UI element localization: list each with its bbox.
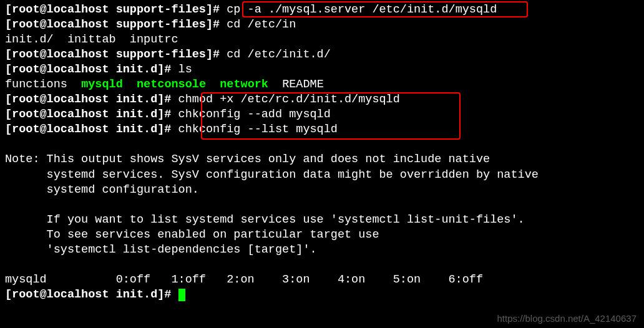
command-cd: cd /etc/in [227, 18, 296, 31]
note-line: To see services enabled on particular ta… [5, 228, 639, 243]
command-cd: cd /etc/init.d/ [227, 48, 331, 61]
note-line: If you want to list systemd services use… [5, 213, 639, 228]
command-cp: cp -a ./mysql.server /etc/init.d/mysqld [227, 3, 497, 16]
note-line: 'systemctl list-dependencies [target]'. [5, 243, 639, 258]
command-chmod: chmod +x /etc/rc.d/init.d/mysqld [178, 93, 400, 106]
terminal-line: [root@localhost init.d]# [5, 287, 639, 302]
prompt: [root@localhost init.d]# [5, 108, 178, 121]
terminal-line: [root@localhost init.d]# ls [5, 62, 639, 77]
file-readme: README [282, 78, 324, 91]
prompt: [root@localhost support-files]# [5, 48, 227, 61]
blank-line [5, 137, 639, 152]
watermark: https://blog.csdn.net/A_42140637 [497, 312, 637, 325]
prompt: [root@localhost init.d]# [5, 93, 178, 106]
blank-line [5, 258, 639, 273]
file-netconsole: netconsole [137, 78, 206, 91]
prompt: [root@localhost support-files]# [5, 18, 227, 31]
file-network: network [220, 78, 268, 91]
command-chkconfig-list: chkconfig --list mysqld [178, 123, 338, 136]
terminal-line: [root@localhost init.d]# chmod +x /etc/r… [5, 92, 639, 107]
terminal-line: [root@localhost init.d]# chkconfig --lis… [5, 122, 639, 137]
prompt: [root@localhost init.d]# [5, 123, 178, 136]
tab-completion: init.d/ inittab inputrc [5, 32, 639, 47]
cursor[interactable] [178, 289, 185, 301]
ls-output: functions mysqld netconsole network READ… [5, 77, 639, 92]
note-line: systemd services. SysV configuration dat… [5, 168, 639, 183]
chkconfig-status: mysqld 0:off 1:off 2:on 3:on 4:on 5:on 6… [5, 273, 639, 287]
terminal-line: [root@localhost support-files]# cp -a ./… [5, 2, 639, 17]
prompt: [root@localhost init.d]# [5, 288, 178, 301]
command-chkconfig-add: chkconfig --add mysqld [178, 108, 331, 121]
terminal-line: [root@localhost init.d]# chkconfig --add… [5, 107, 639, 122]
file-mysqld: mysqld [81, 78, 123, 91]
file-functions: functions [5, 78, 81, 91]
note-line: Note: This output shows SysV services on… [5, 152, 639, 167]
terminal-line: [root@localhost support-files]# cd /etc/… [5, 17, 639, 32]
terminal-line: [root@localhost support-files]# cd /etc/… [5, 47, 639, 62]
command-ls: ls [178, 63, 192, 76]
blank-line [5, 198, 639, 213]
note-line: systemd configuration. [5, 183, 639, 198]
prompt: [root@localhost support-files]# [5, 3, 227, 16]
prompt: [root@localhost init.d]# [5, 63, 178, 76]
